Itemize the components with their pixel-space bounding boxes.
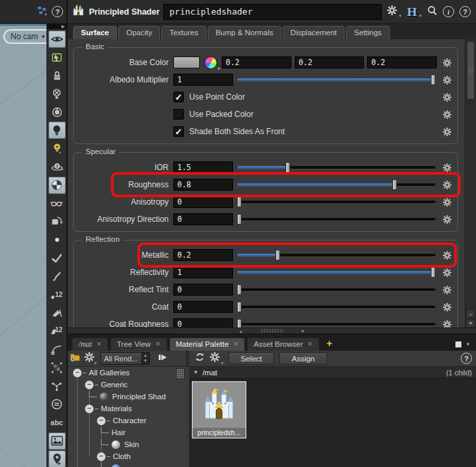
- value-field-roughness[interactable]: 0.8: [173, 179, 233, 191]
- tree-item-character[interactable]: −Character: [68, 415, 186, 426]
- checkbox-use-packed-color[interactable]: [173, 109, 184, 120]
- abc-icon[interactable]: abc: [48, 414, 66, 431]
- slider-coat-roughness[interactable]: [237, 318, 436, 327]
- color-component-field-0[interactable]: 0.2: [222, 56, 291, 68]
- help-icon[interactable]: ?: [461, 353, 472, 364]
- material-path-header[interactable]: ▼ /mat (1 child): [189, 367, 476, 379]
- expand-up-icon[interactable]: ▲: [239, 329, 244, 333]
- new-gallery-folder-icon[interactable]: [70, 352, 81, 365]
- value-field-reflect-tint[interactable]: 0: [173, 284, 233, 296]
- param-menu-icon[interactable]: [440, 320, 453, 328]
- houdini-logo-icon[interactable]: H: [406, 5, 417, 19]
- help-icon[interactable]: ?: [459, 6, 471, 17]
- search-icon[interactable]: [427, 5, 437, 19]
- param-menu-icon[interactable]: [440, 198, 453, 207]
- assign-button[interactable]: Assign: [279, 352, 327, 365]
- select-arrow-icon[interactable]: [48, 48, 66, 66]
- scrollbar-thumb[interactable]: [467, 41, 475, 100]
- chevron-down-icon[interactable]: ▼: [465, 341, 471, 347]
- view-icon[interactable]: [48, 31, 66, 48]
- box-arrow-icon[interactable]: [48, 213, 66, 231]
- help-icon[interactable]: ?: [52, 6, 63, 17]
- tree-item-cloth[interactable]: −Cloth: [68, 450, 186, 462]
- slider-reflect-tint[interactable]: [237, 284, 436, 296]
- renderer-filter-dropdown[interactable]: All Rend... ▲▼: [100, 352, 150, 365]
- parameter-scrollbar[interactable]: ▲ ▼: [465, 39, 476, 327]
- param-menu-icon[interactable]: [440, 76, 453, 84]
- slider-reflectivity[interactable]: [237, 266, 436, 278]
- scroll-up-button[interactable]: ▲: [466, 310, 475, 318]
- slider-handle[interactable]: [237, 284, 242, 295]
- bulb-off-icon[interactable]: [48, 85, 66, 102]
- slider-handle[interactable]: [237, 214, 242, 225]
- tab-displacement[interactable]: Displacement: [283, 26, 345, 39]
- param-menu-icon[interactable]: [440, 215, 453, 224]
- pane-tab-material-palette[interactable]: Material Palette✕: [169, 337, 245, 351]
- slider-handle[interactable]: [237, 302, 242, 312]
- select-button[interactable]: Select: [228, 352, 275, 365]
- info-icon[interactable]: i: [443, 6, 454, 17]
- param-menu-icon[interactable]: [440, 286, 453, 294]
- tree-item-partial[interactable]: [68, 462, 186, 467]
- close-tab-icon[interactable]: ✕: [234, 341, 239, 347]
- param-menu-icon[interactable]: [440, 303, 453, 312]
- param-menu-icon[interactable]: [440, 181, 453, 189]
- new-pane-tab-button[interactable]: +: [321, 337, 338, 351]
- collapse-triangle-icon[interactable]: ▼: [193, 369, 198, 375]
- value-field-anisotropy-direction[interactable]: 0: [173, 213, 233, 225]
- tree-collapse-toggle[interactable]: −: [97, 417, 106, 425]
- tree-collapse-toggle[interactable]: −: [85, 381, 94, 389]
- pane-tab-tree-view[interactable]: Tree View✕: [110, 337, 167, 351]
- tree-item-hair[interactable]: Hair: [68, 426, 186, 438]
- param-menu-icon[interactable]: [440, 128, 453, 136]
- tree-collapse-toggle[interactable]: −: [85, 405, 94, 413]
- tree-collapse-toggle[interactable]: −: [73, 369, 82, 377]
- gallery-gear-menu-icon[interactable]: [84, 352, 94, 365]
- dot-icon[interactable]: [48, 231, 66, 248]
- point-numbers-icon[interactable]: 12: [48, 286, 66, 304]
- tree-item-skin[interactable]: Skin: [68, 438, 186, 450]
- divider-grip[interactable]: [261, 329, 283, 333]
- color-wheel-icon[interactable]: [205, 57, 216, 68]
- slider-handle[interactable]: [431, 74, 436, 85]
- tab-opacity[interactable]: Opacity: [118, 26, 160, 39]
- expand-down-icon[interactable]: ▼: [301, 329, 305, 333]
- value-field-coat-roughness[interactable]: 0: [173, 318, 233, 327]
- slider-handle[interactable]: [392, 179, 397, 190]
- tree-item-principled-shad[interactable]: Principled Shad: [68, 391, 186, 403]
- pane-tab-asset-browser[interactable]: Asset Browser✕: [247, 337, 319, 351]
- toolbar-collapse-strip[interactable]: ▶: [47, 24, 66, 29]
- scroll-down-button[interactable]: ▼: [466, 319, 475, 327]
- curve-handle-icon[interactable]: [48, 341, 66, 358]
- material-sphere-icon[interactable]: [48, 177, 66, 194]
- prim-numbers-icon[interactable]: 12: [48, 323, 66, 340]
- slider-handle[interactable]: [285, 162, 290, 173]
- value-field-reflectivity[interactable]: 1: [173, 266, 233, 278]
- checkbox-shade-both-sides-as-front[interactable]: ✓: [173, 126, 184, 137]
- material-gear-menu-icon[interactable]: [210, 352, 220, 365]
- pane-divider[interactable]: ▲ ▼: [68, 327, 476, 334]
- value-field-anisotropy[interactable]: 0: [173, 196, 233, 208]
- close-tab-icon[interactable]: ✕: [307, 341, 313, 347]
- slider-handle[interactable]: [237, 319, 242, 327]
- param-menu-icon[interactable]: [440, 251, 453, 260]
- slider-coat[interactable]: [237, 301, 436, 313]
- param-menu-icon[interactable]: [440, 110, 453, 119]
- tab-textures[interactable]: Textures: [161, 26, 206, 39]
- slider-handle[interactable]: [276, 250, 280, 260]
- lock-icon[interactable]: [48, 67, 66, 84]
- color-component-field-2[interactable]: 0.2: [367, 56, 437, 68]
- pane-layout-icon[interactable]: [455, 341, 461, 347]
- param-menu-icon[interactable]: [440, 93, 453, 102]
- value-field-albedo-multiplier[interactable]: 1: [173, 74, 233, 86]
- value-field-coat[interactable]: 0: [173, 301, 233, 313]
- node-name-input[interactable]: principledshader: [163, 4, 382, 20]
- tree-collapse-toggle[interactable]: −: [97, 452, 106, 461]
- circle-menu-icon[interactable]: [48, 396, 66, 413]
- camera-selector[interactable]: No cam ▼: [3, 29, 46, 44]
- gear-menu-icon[interactable]: [387, 5, 397, 18]
- slider-handle[interactable]: [237, 197, 242, 207]
- uv-checker-icon[interactable]: [48, 359, 66, 377]
- glasses-icon[interactable]: [48, 195, 66, 212]
- tab-surface[interactable]: Surface: [73, 26, 117, 39]
